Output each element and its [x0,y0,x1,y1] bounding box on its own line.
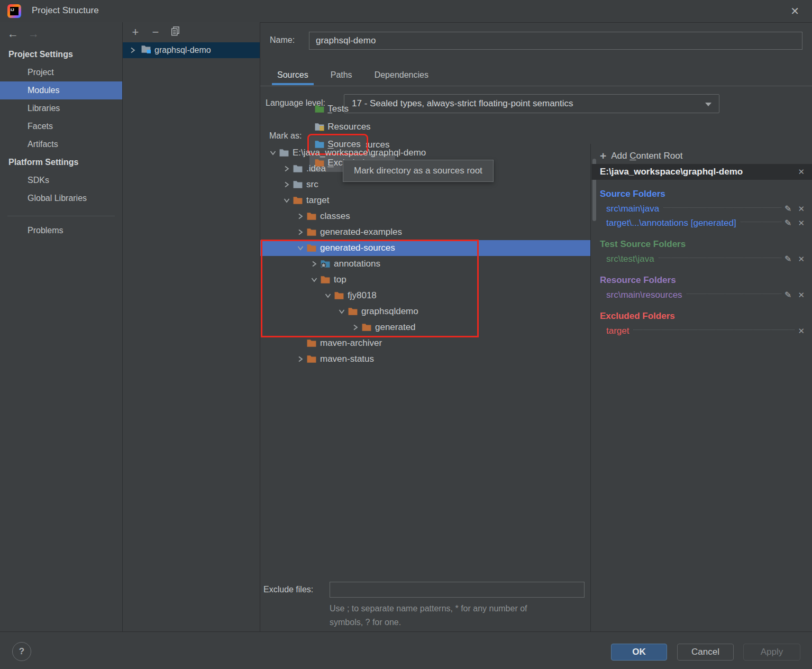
remove-icon[interactable]: ✕ [798,204,805,214]
folder-path-link[interactable]: target\...\annotations [generated] [606,218,736,228]
content-root-row[interactable]: E:\java_workspace\graphql-demo ✕ [591,164,812,180]
edit-icon[interactable]: ✎ [784,204,791,214]
tree-item-label: annotations [334,259,380,269]
module-list-item[interactable]: graphsql-demo [123,42,260,58]
add-content-root-button[interactable]: + Add Content Root [591,148,812,164]
forward-icon[interactable]: → [28,28,39,40]
close-icon[interactable]: ✕ [790,5,799,17]
ok-button[interactable]: OK [611,644,667,661]
cancel-button[interactable]: Cancel [677,644,734,661]
sidebar-item-artifacts[interactable]: Artifacts [0,135,122,153]
tree-item-label: generated-sources [320,243,395,253]
chevron-right-icon[interactable] [349,324,362,331]
folder-path-link[interactable]: target [606,326,629,336]
chevron-down-icon[interactable] [267,149,279,157]
exclude-files-input[interactable] [330,582,585,598]
tab-dependencies[interactable]: Dependencies [367,67,436,85]
remove-icon[interactable]: ✕ [798,167,805,177]
chevron-right-icon[interactable] [129,47,138,54]
chevron-down-icon[interactable] [294,244,307,252]
folder-section: Test Source Folderssrc\test\java✎✕ [591,237,812,266]
sidebar-item-libraries[interactable]: Libraries [0,99,122,117]
remove-icon[interactable]: ✕ [798,254,805,264]
name-label: Name: [270,35,295,45]
apply-button[interactable]: Apply [743,644,800,661]
chevron-right-icon[interactable] [308,260,321,268]
sidebar-item-facets[interactable]: Facets [0,117,122,135]
chevron-down-icon[interactable] [322,292,334,299]
remove-icon[interactable]: ✕ [798,326,805,336]
tree-row[interactable]: generated-sources [260,240,590,256]
back-icon[interactable]: ← [7,28,19,40]
chevron-right-icon[interactable] [294,228,307,236]
copy-icon[interactable] [170,26,181,38]
intellij-logo-icon: IJ [7,4,21,18]
tree-row[interactable]: generated [260,319,590,335]
remove-icon[interactable]: ✕ [798,290,805,300]
chevron-down-icon[interactable] [335,308,348,315]
folder-path-link[interactable]: src\main\resources [606,290,682,300]
sidebar-item-problems[interactable]: Problems [0,222,122,240]
folder-item: src\main\resources✎✕ [591,288,812,302]
folder-gray-icon [293,180,303,189]
chevron-down-icon[interactable] [280,197,293,204]
module-editor: Name: SourcesPathsDependencies Language … [260,22,812,631]
folder-orange-icon [307,339,316,347]
mark-as-resources-button[interactable]: Resources [309,118,395,136]
edit-icon[interactable]: ✎ [784,218,791,228]
tree-row[interactable]: maven-status [260,351,590,367]
sidebar-item-project[interactable]: Project [0,63,122,81]
tree-row[interactable]: classes [260,208,590,224]
folder-gray-icon [279,149,289,157]
tree-item-label: maven-archiver [320,338,382,349]
tree-row[interactable]: top [260,272,590,288]
tree-row[interactable]: generated-examples [260,224,590,240]
tree-row[interactable]: graphsqldemo [260,304,590,319]
dotted-leader [633,329,795,330]
mark-as-label: Mark as: [269,131,302,141]
folder-orange-icon [307,244,316,252]
remove-icon[interactable]: ✕ [798,218,805,228]
folder-section-title: Resource Folders [591,273,812,288]
sidebar-section-header: Platform Settings [0,153,122,171]
content-root-path: E:\java_workspace\graphql-demo [600,167,743,177]
folder-path-link[interactable]: src\test\java [606,254,654,264]
chevron-right-icon[interactable] [294,355,307,363]
add-content-root-label: Add Content Root [611,151,682,161]
language-level-select[interactable]: 17 - Sealed types, always-strict floatin… [344,94,719,113]
remove-icon[interactable]: − [150,26,161,38]
folder-section: Excluded Folderstarget✕ [591,309,812,338]
chevron-right-icon[interactable] [280,181,293,188]
tree-item-label: classes [320,211,350,222]
mark-as-tests-button[interactable]: Tests [309,100,395,118]
title-bar: IJ Project Structure ✕ [0,0,812,23]
chevron-right-icon[interactable] [294,213,307,220]
chevron-down-icon[interactable] [308,276,321,283]
tree-row[interactable]: target [260,193,590,208]
footer-bar: ? OK Cancel Apply [0,631,812,669]
tree-row[interactable]: maven-archiver [260,335,590,351]
sidebar-section-header: Project Settings [0,45,122,63]
sidebar-item-sdks[interactable]: SDKs [0,171,122,189]
settings-sidebar: ← → Project SettingsProjectModulesLibrar… [0,22,123,631]
mark-as-label-text: Resources [327,122,370,132]
add-icon[interactable]: + [130,26,141,38]
tab-sources[interactable]: Sources [270,67,316,85]
sidebar-item-global-libraries[interactable]: Global Libraries [0,189,122,207]
help-button[interactable]: ? [12,642,31,661]
exclude-files-hint: Use ; to separate name patterns, * for a… [330,602,527,629]
tab-paths[interactable]: Paths [323,67,360,85]
tree-row[interactable]: E:\java_workspace\graphql-demo [260,145,590,161]
edit-icon[interactable]: ✎ [784,254,791,264]
chevron-down-icon [705,103,711,106]
tree-row[interactable]: fjy8018 [260,288,590,304]
folder-path-link[interactable]: src\main\java [606,204,659,214]
chevron-right-icon[interactable] [280,165,293,172]
module-name-input[interactable] [309,32,802,50]
dotted-leader [663,207,781,208]
edit-icon[interactable]: ✎ [784,290,791,300]
sidebar-item-modules[interactable]: Modules [0,81,122,99]
tree-row[interactable]: annotations [260,256,590,272]
editor-tabs: SourcesPathsDependencies [270,67,436,85]
mark-as-label-text: Tests [327,104,349,114]
